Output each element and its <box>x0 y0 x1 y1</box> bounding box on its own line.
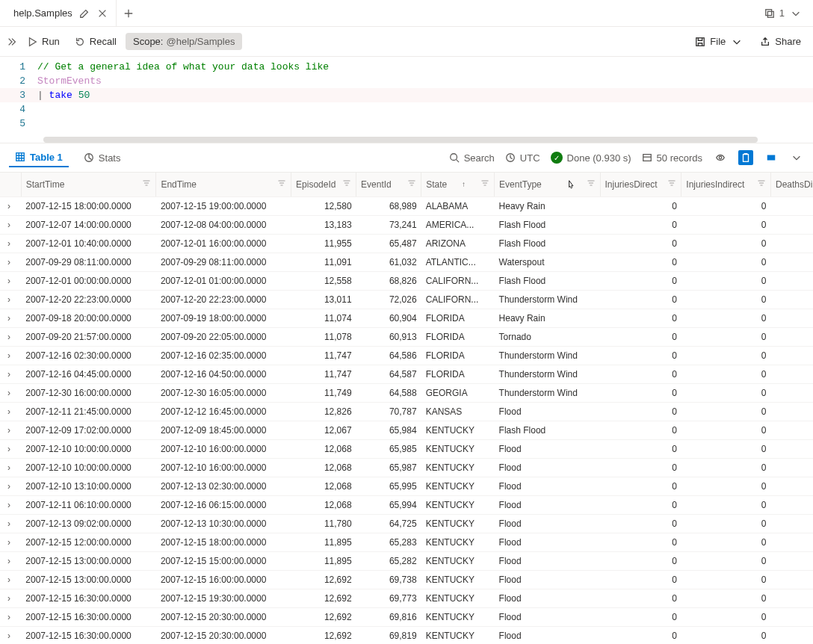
search-button[interactable]: Search <box>449 152 495 164</box>
table-row[interactable]: ›2007-12-10 13:10:00.00002007-12-13 02:3… <box>0 477 813 495</box>
clipboard-icon[interactable] <box>738 150 753 165</box>
expand-row-icon[interactable]: › <box>4 257 13 267</box>
expand-row-icon[interactable]: › <box>4 631 13 641</box>
column-header-injuriesindirect[interactable]: InjuriesIndirect <box>681 173 771 196</box>
column-header-episodeid[interactable]: EpisodeId <box>291 173 356 196</box>
expand-row-icon[interactable]: › <box>4 444 13 454</box>
cell-endtime: 2007-12-15 16:00:00.0000 <box>156 570 291 589</box>
window-count-control[interactable]: 1 <box>764 7 807 19</box>
filter-icon[interactable] <box>407 179 416 190</box>
recall-button[interactable]: Recall <box>69 33 123 50</box>
scope-selector[interactable]: Scope: @help/Samples <box>126 33 242 50</box>
filter-icon[interactable] <box>587 179 596 190</box>
column-expand <box>0 173 21 196</box>
table-row[interactable]: ›2007-12-01 10:40:00.00002007-12-01 16:0… <box>0 234 813 253</box>
expand-row-icon[interactable]: › <box>4 388 13 398</box>
column-header-eventid[interactable]: EventId <box>356 173 421 196</box>
editor-horizontal-scrollbar[interactable] <box>43 137 758 143</box>
file-menu[interactable]: File <box>689 33 748 50</box>
editor-line[interactable]: 4 <box>0 102 813 117</box>
table-row[interactable]: ›2007-12-01 00:00:00.00002007-12-01 01:0… <box>0 271 813 290</box>
chevron-down-icon[interactable] <box>789 150 804 165</box>
editor-line[interactable]: 2StormEvents <box>0 74 813 88</box>
expand-row-icon[interactable]: › <box>4 500 13 510</box>
expand-row-icon[interactable]: › <box>4 350 13 361</box>
table-row[interactable]: ›2007-12-10 10:00:00.00002007-12-10 16:0… <box>0 458 813 477</box>
table-row[interactable]: ›2007-12-09 17:02:00.00002007-12-09 18:4… <box>0 421 813 439</box>
expand-row-icon[interactable]: › <box>4 313 13 323</box>
expand-row-icon[interactable]: › <box>4 481 13 492</box>
table-row[interactable]: ›2007-12-15 18:00:00.00002007-12-15 19:0… <box>0 196 813 215</box>
table-row[interactable]: ›2007-09-18 20:00:00.00002007-09-19 18:0… <box>0 309 813 327</box>
expand-row-icon[interactable]: › <box>4 332 13 342</box>
table-row[interactable]: ›2007-12-16 02:30:00.00002007-12-16 02:3… <box>0 346 813 365</box>
expand-row-icon[interactable]: › <box>4 220 13 230</box>
filter-icon[interactable] <box>277 179 286 190</box>
column-header-deathsdirect[interactable]: DeathsDirect <box>771 173 814 196</box>
editor-line[interactable]: 5 <box>0 117 813 131</box>
table-row[interactable]: ›2007-12-15 16:30:00.00002007-12-15 20:3… <box>0 626 813 644</box>
table-row[interactable]: ›2007-12-15 16:30:00.00002007-12-15 20:3… <box>0 607 813 626</box>
expand-row-icon[interactable]: › <box>4 276 13 286</box>
share-label: Share <box>775 36 801 47</box>
tab-stats[interactable]: Stats <box>78 149 127 167</box>
expand-row-icon[interactable]: › <box>4 556 13 566</box>
table-row[interactable]: ›2007-12-07 14:00:00.00002007-12-08 04:0… <box>0 215 813 234</box>
table-row[interactable]: ›2007-09-29 08:11:00.00002007-09-29 08:1… <box>0 253 813 271</box>
expand-row-icon[interactable]: › <box>4 612 13 622</box>
tab-help-samples[interactable]: help.Samples <box>6 0 117 26</box>
expand-row-icon[interactable]: › <box>4 593 13 604</box>
table-row[interactable]: ›2007-09-20 21:57:00.00002007-09-20 22:0… <box>0 327 813 346</box>
share-button[interactable]: Share <box>754 33 807 50</box>
expand-row-icon[interactable]: › <box>4 201 13 211</box>
cell-injuriesdirect: 0 <box>600 215 681 234</box>
filter-icon[interactable] <box>142 179 151 190</box>
tab-table[interactable]: Table 1 <box>9 149 69 167</box>
table-row[interactable]: ›2007-12-16 04:45:00.00002007-12-16 04:5… <box>0 365 813 383</box>
edit-icon[interactable] <box>78 7 90 19</box>
filter-icon[interactable] <box>757 179 766 190</box>
record-count[interactable]: 50 records <box>642 152 702 164</box>
table-row[interactable]: ›2007-12-15 16:30:00.00002007-12-15 19:3… <box>0 589 813 607</box>
column-header-injuriesdirect[interactable]: InjuriesDirect <box>600 173 681 196</box>
column-header-eventtype[interactable]: EventType <box>495 173 600 196</box>
close-icon[interactable] <box>96 7 108 19</box>
table-row[interactable]: ›2007-12-15 13:00:00.00002007-12-15 15:0… <box>0 551 813 570</box>
table-row[interactable]: ›2007-12-11 06:10:00.00002007-12-16 06:1… <box>0 495 813 514</box>
cell-state: ARIZONA <box>421 234 495 253</box>
table-row[interactable]: ›2007-12-11 21:45:00.00002007-12-12 16:4… <box>0 402 813 421</box>
timezone-button[interactable]: UTC <box>505 152 540 164</box>
filter-icon[interactable] <box>667 179 676 190</box>
expand-row-icon[interactable]: › <box>4 406 13 417</box>
table-row[interactable]: ›2007-12-10 10:00:00.00002007-12-10 16:0… <box>0 439 813 458</box>
column-header-state[interactable]: State↑ <box>421 173 495 196</box>
expand-row-icon[interactable]: › <box>4 575 13 585</box>
editor-line[interactable]: 1// Get a general idea of what your data… <box>0 60 813 74</box>
expand-row-icon[interactable]: › <box>4 369 13 380</box>
column-header-starttime[interactable]: StartTime <box>21 173 156 196</box>
filter-icon[interactable] <box>342 179 351 190</box>
expand-row-icon[interactable]: › <box>4 425 13 436</box>
run-button[interactable]: Run <box>21 33 66 50</box>
table-row[interactable]: ›2007-12-30 16:00:00.00002007-12-30 16:0… <box>0 383 813 402</box>
table-row[interactable]: ›2007-12-13 09:02:00.00002007-12-13 10:3… <box>0 514 813 533</box>
table-row[interactable]: ›2007-12-20 22:23:00.00002007-12-20 22:2… <box>0 290 813 309</box>
color-mode-icon[interactable] <box>764 150 779 165</box>
results-table-wrapper[interactable]: StartTimeEndTimeEpisodeIdEventIdState↑Ev… <box>0 173 813 644</box>
filter-icon[interactable] <box>480 179 489 190</box>
expand-row-icon[interactable]: › <box>4 518 13 529</box>
clock-icon <box>505 152 516 163</box>
expand-row-icon[interactable]: › <box>4 537 13 548</box>
add-tab-icon[interactable] <box>123 7 135 19</box>
expand-panel-icon[interactable] <box>6 36 18 48</box>
expand-row-icon[interactable]: › <box>4 238 13 249</box>
query-editor[interactable]: 1// Get a general idea of what your data… <box>0 57 813 134</box>
column-header-endtime[interactable]: EndTime <box>156 173 291 196</box>
editor-line[interactable]: 3| take 50 <box>0 88 813 102</box>
cell-eventtype: Flash Flood <box>495 271 600 290</box>
expand-row-icon[interactable]: › <box>4 294 13 305</box>
show-hide-icon[interactable] <box>713 150 728 165</box>
table-row[interactable]: ›2007-12-15 12:00:00.00002007-12-15 18:0… <box>0 533 813 551</box>
expand-row-icon[interactable]: › <box>4 462 13 473</box>
table-row[interactable]: ›2007-12-15 13:00:00.00002007-12-15 16:0… <box>0 570 813 589</box>
